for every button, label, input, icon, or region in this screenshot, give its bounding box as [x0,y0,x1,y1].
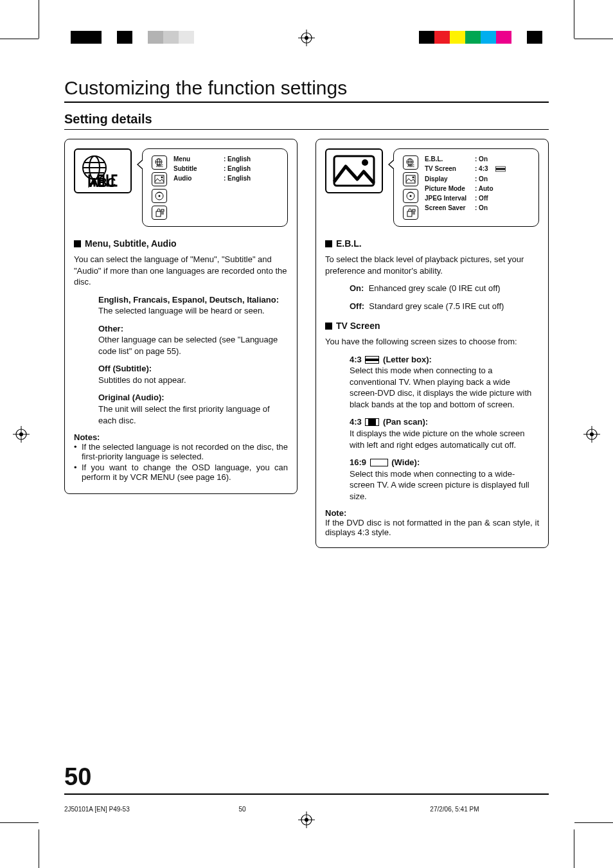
osd-val: : English [224,175,251,182]
ebl-off-body: Standard grey scale (7.5 IRE cut off) [369,301,504,311]
swatch [465,31,481,44]
osd-val: : On [475,155,488,163]
definition-head: Other: [98,324,123,333]
disc-icon [152,189,167,203]
swatch [163,31,179,44]
ebl-head: E.B.L. [336,238,362,249]
swatch [71,31,86,44]
swatch [450,31,465,44]
tv-wide-label: 16:9 [350,457,366,467]
swatch [419,31,434,44]
picture-icon [403,172,418,186]
tv-wide-body: Select this mode when connecting to a wi… [350,469,529,501]
bullet-square-icon [325,240,332,247]
aspect-mini-icon [495,166,505,172]
left-subhead: Menu, Subtitle, Audio [85,238,177,249]
picture-osd-bubble: ABC E.B.L.: OnTV Screen: 4:3Display: OnP… [393,148,539,227]
swatch [148,31,163,44]
picture-osd-rows: E.B.L.: OnTV Screen: 4:3Display: OnPictu… [425,155,509,214]
osd-row: Subtitle: English [173,165,251,172]
tv-letter-body: Select this mode when connecting to a co… [350,366,531,409]
definition-body: Subtitles do not appear. [98,375,186,385]
tv-letter-suffix: (Letter box): [383,355,432,364]
footer-center: 50 [183,806,302,813]
svg-point-15 [590,432,594,436]
registration-mark-icon [13,426,30,443]
svg-rect-45 [413,209,415,211]
osd-val: : English [224,155,251,163]
section-title: Setting details [64,112,549,127]
definition-block: English, Francais, Espanol, Deutsch, Ita… [98,294,288,317]
registration-mark-icon [298,30,315,46]
osd-row: Menu: English [173,155,251,163]
swatch [481,31,496,44]
svg-point-7 [305,818,308,822]
svg-rect-40 [406,175,415,183]
crop-mark [39,0,39,39]
letterbox-icon [365,356,379,364]
left-panel: ABC ABC Menu: EnglishSubtitle: EnglishAu… [64,139,298,494]
picture-icon [152,172,167,186]
left-notes-head: Notes: [74,432,288,442]
crop-mark [574,39,613,39]
svg-rect-30 [156,211,161,217]
crop-mark [0,822,39,823]
osd-row: Screen Saver: On [425,204,509,211]
swatch [511,31,527,44]
definition-block: Off (Subtitle):Subtitles do not appear. [98,363,288,385]
svg-point-3 [305,36,308,40]
ebl-off-key: Off: [350,301,364,311]
page: Customizing the function settings Settin… [0,0,613,868]
language-osd-rows: Menu: EnglishSubtitle: EnglishAudio: Eng… [173,155,251,184]
tv-letter-label: 4:3 [350,355,362,364]
definition-head: English, Francais, Espanol, Deutsch, Ita… [98,295,279,305]
osd-key: Display [425,175,471,182]
crop-mark [574,822,613,823]
registration-mark-icon [298,811,315,828]
osd-row: E.B.L.: On [425,155,509,163]
definition-head: Original (Audio): [98,393,164,402]
osd-val: : Auto [475,185,493,192]
left-intro: You can select the language of "Menu", "… [74,254,288,288]
osd-val: : 4:3 [475,165,488,173]
svg-point-11 [19,432,23,436]
picture-menu-big-icon [325,148,383,193]
osd-val: : Off [475,195,488,202]
svg-point-43 [410,195,412,197]
language-osd-bubble: ABC Menu: EnglishSubtitle: EnglishAudio:… [142,148,288,227]
tv-intro: You have the following screen sizes to c… [325,336,539,348]
right-panel: ABC E.B.L.: OnTV Screen: 4:3Display: OnP… [315,139,549,548]
tv-pan-body: It displays the wide picture on the whol… [350,429,524,450]
left-column: ABC ABC Menu: EnglishSubtitle: EnglishAu… [64,139,298,556]
tv-wide-suffix: (Wide): [391,457,420,467]
tv-pan-label: 4:3 [350,417,362,427]
swatch [527,31,542,44]
swatch [496,31,511,44]
definition-head: Off (Subtitle): [98,364,152,373]
osd-row: Display: On [425,175,509,182]
parental-icon [152,206,167,220]
footer-right: 27/2/06, 5:41 PM [301,806,549,813]
swatch [102,31,117,44]
crop-mark [574,829,574,868]
definition-block: Original (Audio):The unit will select th… [98,392,288,426]
osd-key: Subtitle [173,165,220,172]
osd-key: TV Screen [425,165,471,173]
swatch [179,31,194,44]
svg-rect-34 [334,156,374,186]
left-notes-list: If the selected language is not recorded… [74,442,288,482]
osd-val: : On [475,204,488,211]
svg-rect-44 [407,211,412,217]
osd-val: : On [475,175,488,182]
osd-key: Audio [173,175,220,182]
page-number: 50 [64,763,91,791]
tv-head: TV Screen [336,321,380,331]
panscan-icon [365,418,379,426]
osd-row: Picture Mode: Auto [425,185,509,192]
bullet-square-icon [74,240,81,247]
svg-point-27 [161,177,163,179]
language-menu-big-icon: ABC [74,148,132,193]
crop-mark [39,829,39,868]
osd-key: Screen Saver [425,204,471,211]
bullet-square-icon [325,323,332,330]
